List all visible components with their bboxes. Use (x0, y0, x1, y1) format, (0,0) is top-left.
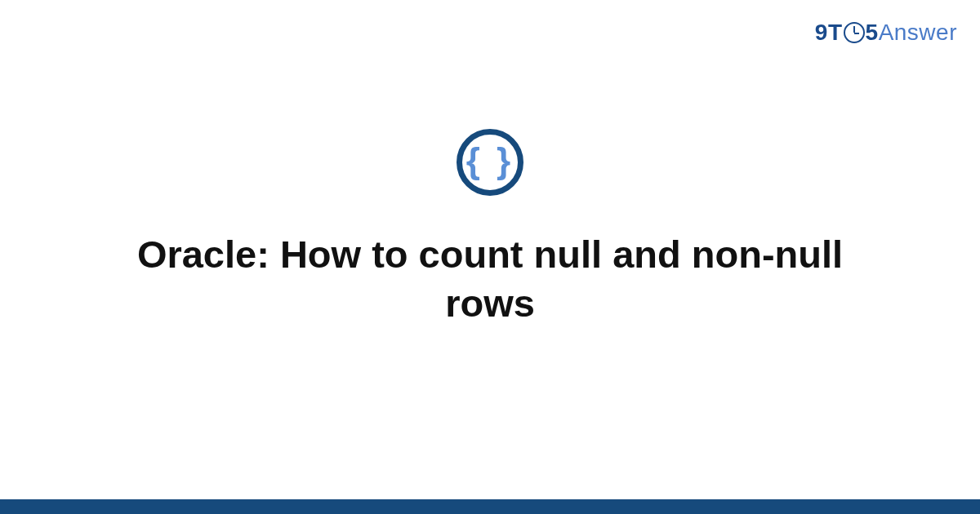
code-braces-icon: { } (466, 143, 514, 179)
content-area: { } Oracle: How to count null and non-nu… (0, 0, 980, 514)
page-title: Oracle: How to count null and non-null r… (98, 230, 882, 328)
footer-accent-bar (0, 499, 980, 514)
category-badge: { } (457, 129, 523, 196)
